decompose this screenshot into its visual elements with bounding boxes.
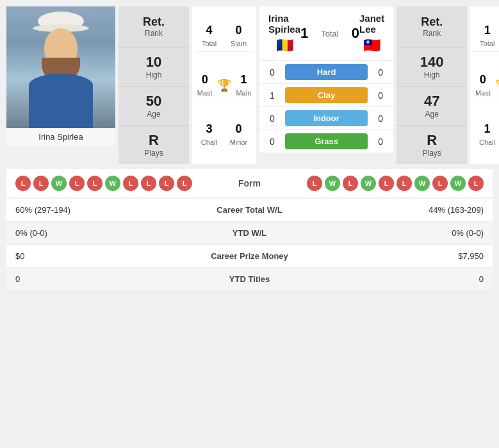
form-label: Form [224, 178, 275, 188]
court-right-score-3: 0 [374, 137, 387, 147]
left-mast-stat: 0 Mast [197, 73, 213, 98]
left-form-badges: LLWLLWLLLL [15, 176, 219, 191]
left-player-photo [6, 6, 115, 128]
stat-left-3: 0 [6, 268, 177, 291]
stats-row-0: 60% (297-194) Career Total W/L 44% (163-… [6, 199, 493, 222]
stat-label-1: YTD W/L [177, 222, 323, 245]
left-slam-label: Slam [231, 40, 247, 47]
right-age-label: Age [425, 110, 439, 119]
left-slam-value: 0 [231, 24, 247, 37]
left-chall-stat: 3 Chall [201, 122, 217, 147]
left-rank-value: Ret. [143, 15, 165, 29]
form-badge-0: L [15, 176, 31, 191]
left-player-name-text: Irina Spirlea [38, 132, 83, 142]
left-mast-main-row: 0 Mast 🏆 1 Main [195, 71, 254, 101]
court-right-score-1: 0 [374, 90, 387, 101]
comparison-section: Irina Spirlea Ret. Rank 10 High 50 Age R [6, 6, 493, 164]
left-rank-label: Rank [145, 29, 163, 38]
stat-left-0: 60% (297-194) [6, 199, 177, 222]
form-badge-2: L [343, 176, 358, 191]
left-chall-minor-row: 3 Chall 0 Minor [195, 120, 254, 150]
court-label-0: Hard [285, 64, 368, 80]
form-badge-2: W [51, 176, 67, 191]
right-total-slam-row: 1 Total 0 Slam [473, 21, 499, 52]
left-slam-stat: 0 Slam [231, 24, 247, 49]
form-badge-8: W [450, 176, 466, 191]
left-minor-label: Minor [230, 138, 248, 146]
stat-right-1: 0% (0-0) [322, 222, 493, 245]
right-rank-box: Ret. Rank [397, 6, 467, 47]
right-flag: 🇹🇼 [363, 37, 380, 54]
right-rank-stats: Ret. Rank 140 High 47 Age R Plays [397, 6, 467, 164]
right-rank-label: Rank [423, 29, 441, 38]
left-total-stat: 4 Total [202, 24, 217, 49]
middle-section: Irina Spirlea 🇷🇴 1 Total 0 Janet Lee 🇹🇼 [259, 6, 393, 164]
left-age-value: 50 [146, 93, 161, 110]
court-label-2: Indoor [285, 110, 368, 126]
form-badge-8: L [159, 176, 174, 191]
form-badge-1: L [33, 176, 49, 191]
left-high-value: 10 [146, 54, 161, 71]
right-chall-stat: 1 Chall [479, 122, 495, 147]
left-age-box: 50 Age [119, 87, 189, 126]
form-badge-4: L [87, 176, 102, 191]
stats-row-2: $0 Career Prize Money $7,950 [6, 245, 493, 268]
form-badge-9: L [468, 176, 484, 191]
left-trophy-icon: 🏆 [217, 78, 231, 92]
right-age-value: 47 [424, 93, 439, 110]
left-main-value: 1 [236, 73, 251, 87]
right-plays-box: R Plays [397, 126, 467, 164]
court-row-grass: 0 Grass 0 [259, 129, 393, 153]
left-total-label: Total [202, 40, 217, 47]
main-container: Irina Spirlea Ret. Rank 10 High 50 Age R [0, 0, 499, 297]
left-header-info: Irina Spirlea 🇷🇴 [268, 13, 300, 54]
left-name-header: Irina Spirlea [268, 13, 300, 35]
court-row-indoor: 0 Indoor 0 [259, 106, 393, 129]
stat-left-2: $0 [6, 245, 177, 268]
right-age-box: 47 Age [397, 87, 467, 126]
court-left-score-3: 0 [266, 137, 279, 147]
right-total-stat: 1 Total [480, 24, 495, 49]
right-total-score: 0 [352, 25, 359, 42]
left-high-box: 10 High [119, 47, 189, 87]
left-stats-panel: 4 Total 0 Slam 0 Mast 🏆 1 Main [192, 6, 256, 164]
form-badge-3: L [69, 176, 85, 191]
form-badge-9: L [177, 176, 192, 191]
court-row-hard: 0 Hard 0 [259, 60, 393, 83]
right-mast-value: 0 [475, 73, 491, 87]
right-high-value: 140 [420, 54, 444, 71]
form-row: LLWLLWLLLL Form LWLWLLWLWL [6, 169, 493, 197]
middle-header: Irina Spirlea 🇷🇴 1 Total 0 Janet Lee 🇹🇼 [259, 6, 393, 60]
court-right-score-2: 0 [374, 113, 387, 124]
court-label-3: Grass [285, 133, 368, 149]
court-left-score-1: 1 [266, 90, 279, 101]
left-plays-value: R [149, 132, 159, 149]
stat-right-2: $7,950 [322, 245, 493, 268]
right-plays-value: R [427, 132, 437, 149]
form-badge-6: L [123, 176, 138, 191]
right-chall-value: 1 [479, 122, 495, 136]
left-player-name-label: Irina Spirlea [6, 128, 115, 145]
total-label-area: Total [321, 28, 338, 39]
form-badge-5: L [397, 176, 412, 191]
left-flag: 🇷🇴 [276, 37, 293, 54]
right-trophy-icon: 🏆 [495, 78, 499, 92]
right-stats-panel: 1 Total 0 Slam 0 Mast 🏆 0 Main [470, 6, 499, 164]
form-badge-3: W [361, 176, 376, 191]
right-total-label: Total [480, 40, 495, 47]
bottom-stats-table: 60% (297-194) Career Total W/L 44% (163-… [6, 199, 493, 291]
form-badge-1: W [325, 176, 340, 191]
court-left-score-0: 0 [266, 67, 279, 78]
body-decor [29, 74, 93, 128]
right-plays-label: Plays [423, 149, 441, 158]
right-mast-label: Mast [475, 89, 491, 97]
left-chall-value: 3 [201, 122, 217, 136]
left-photo-panel: Irina Spirlea [6, 6, 115, 164]
court-row-clay: 1 Clay 0 [259, 83, 393, 106]
form-badge-7: L [432, 176, 448, 191]
stat-label-0: Career Total W/L [177, 199, 323, 222]
left-total-value: 4 [202, 24, 217, 37]
stat-label-3: YTD Titles [177, 268, 323, 291]
stat-right-3: 0 [322, 268, 493, 291]
court-label-1: Clay [285, 87, 368, 103]
